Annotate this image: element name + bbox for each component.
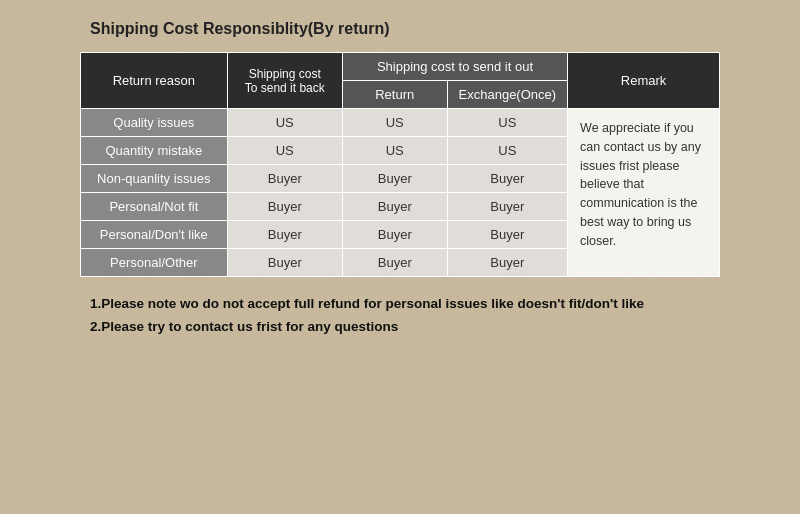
- row-col2-4: Buyer: [342, 221, 447, 249]
- row-col3-5: Buyer: [447, 249, 567, 277]
- row-col2-3: Buyer: [342, 193, 447, 221]
- row-label-1: Quantity mistake: [81, 137, 228, 165]
- row-col3-3: Buyer: [447, 193, 567, 221]
- row-col1-0: US: [227, 109, 342, 137]
- row-col3-4: Buyer: [447, 221, 567, 249]
- row-label-5: Personal/Other: [81, 249, 228, 277]
- row-col1-1: US: [227, 137, 342, 165]
- row-label-2: Non-quanlity issues: [81, 165, 228, 193]
- footer-note-2: 2.Please try to contact us frist for any…: [90, 316, 644, 339]
- row-col1-3: Buyer: [227, 193, 342, 221]
- header-return-reason: Return reason: [81, 53, 228, 109]
- row-col2-0: US: [342, 109, 447, 137]
- table-row: Quality issues US US US We appreciate if…: [81, 109, 720, 137]
- remark-cell: We appreciate if you can contact us by a…: [568, 109, 720, 277]
- row-col1-5: Buyer: [227, 249, 342, 277]
- footer-note-1: 1.Please note wo do not accept full refu…: [90, 293, 644, 316]
- row-label-3: Personal/Not fit: [81, 193, 228, 221]
- shipping-cost-table: Return reason Shipping costTo send it ba…: [80, 52, 720, 277]
- row-label-4: Personal/Don't like: [81, 221, 228, 249]
- row-col2-2: Buyer: [342, 165, 447, 193]
- table-wrapper: Return reason Shipping costTo send it ba…: [80, 52, 720, 277]
- header-return-col: Return: [342, 81, 447, 109]
- row-col2-1: US: [342, 137, 447, 165]
- header-shipping-back: Shipping costTo send it back: [227, 53, 342, 109]
- header-shipping-out: Shipping cost to send it out: [342, 53, 567, 81]
- row-col2-5: Buyer: [342, 249, 447, 277]
- header-remark: Remark: [568, 53, 720, 109]
- row-label-0: Quality issues: [81, 109, 228, 137]
- row-col3-0: US: [447, 109, 567, 137]
- row-col3-1: US: [447, 137, 567, 165]
- footer-notes: 1.Please note wo do not accept full refu…: [90, 293, 644, 339]
- row-col1-2: Buyer: [227, 165, 342, 193]
- page-title: Shipping Cost Responsiblity(By return): [90, 20, 390, 38]
- row-col1-4: Buyer: [227, 221, 342, 249]
- row-col3-2: Buyer: [447, 165, 567, 193]
- header-exchange-col: Exchange(Once): [447, 81, 567, 109]
